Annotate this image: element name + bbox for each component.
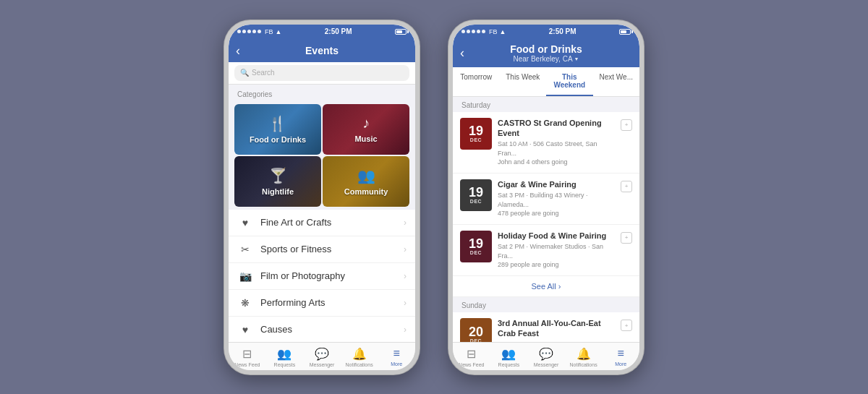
phone1-status-right bbox=[395, 29, 407, 35]
event-castro-meta1: Sat 10 AM · 506 Casto Street, San Fran..… bbox=[498, 140, 615, 158]
p2-tab-news-feed[interactable]: ⊟ News Feed bbox=[453, 347, 490, 367]
search-icon: 🔍 bbox=[240, 69, 249, 77]
phone1-status-left: FB ▲ bbox=[237, 28, 281, 35]
sunday-label: Sunday bbox=[453, 297, 639, 312]
community-icon: 👥 bbox=[357, 167, 375, 184]
category-tile-food[interactable]: 🍴 Food or Drinks bbox=[234, 104, 321, 155]
tile-music-label: Music bbox=[354, 134, 377, 143]
signal-dot-3 bbox=[247, 30, 251, 33]
event-holiday-date: 19 bbox=[469, 237, 483, 250]
phone2-status-left: FB ▲ bbox=[461, 28, 506, 35]
notifications-icon: 🔔 bbox=[352, 347, 367, 361]
p2-messenger-label: Messenger bbox=[534, 362, 559, 367]
event-castro-thumb: 19 DEC bbox=[460, 118, 492, 150]
news-feed-label: News Feed bbox=[234, 362, 260, 367]
requests-icon: 👥 bbox=[277, 347, 292, 361]
status-time: 2:50 PM bbox=[325, 27, 352, 35]
phone1-nav-title: Events bbox=[305, 45, 339, 56]
event-castro-title: CASTRO St Grand Opening Event bbox=[498, 118, 615, 139]
fine-art-label: Fine Art or Crafts bbox=[260, 217, 404, 228]
tab-this-weekend[interactable]: This Weekend bbox=[546, 67, 593, 96]
carrier-label: FB bbox=[265, 28, 273, 35]
p2-news-feed-label: News Feed bbox=[459, 362, 484, 367]
battery-fill bbox=[396, 30, 402, 33]
list-item-performing[interactable]: ❋ Performing Arts › bbox=[229, 290, 415, 317]
fine-art-icon: ♥ bbox=[237, 217, 253, 228]
signal-dots bbox=[237, 30, 261, 33]
more-label: More bbox=[391, 361, 402, 367]
subtitle-text: Near Berkeley, CA bbox=[513, 55, 572, 63]
p2-wifi-icon: ▲ bbox=[500, 28, 506, 35]
list-item-sports[interactable]: ✂ Sports or Fitness › bbox=[229, 236, 415, 263]
tile-food-label: Food or Drinks bbox=[250, 135, 306, 144]
p2-requests-label: Requests bbox=[498, 362, 520, 367]
p2-tab-messenger[interactable]: 💬 Messenger bbox=[527, 347, 565, 367]
performing-chevron-icon: › bbox=[404, 298, 407, 308]
categories-header: Categories bbox=[229, 85, 415, 101]
list-item-fine-art[interactable]: ♥ Fine Art or Crafts › bbox=[229, 210, 415, 236]
subtitle-dropdown-icon: ▼ bbox=[574, 56, 579, 61]
saturday-section: Saturday 19 DEC CASTRO St Grand Opening … bbox=[453, 97, 639, 298]
phone2-nav-bar: ‹ Food or Drinks Near Berkeley, CA ▼ bbox=[453, 39, 639, 67]
tab-news-feed[interactable]: ⊟ News Feed bbox=[229, 347, 266, 367]
list-item-film[interactable]: 📷 Film or Photography › bbox=[229, 263, 415, 290]
news-feed-icon: ⊟ bbox=[242, 347, 252, 361]
event-crab[interactable]: 20 DEC 3rd Annual All-You-Can-Eat Crab F… bbox=[453, 312, 639, 341]
category-tile-music[interactable]: ♪ Music bbox=[323, 104, 409, 155]
p2-status-time: 2:50 PM bbox=[549, 27, 576, 35]
p2-signal-dot-1 bbox=[461, 30, 465, 33]
film-label: Film or Photography bbox=[260, 270, 404, 281]
phone1-nav-bar: ‹ Events bbox=[229, 39, 415, 62]
phone-events: FB ▲ 2:50 PM ‹ Events bbox=[224, 20, 420, 374]
events-list: Saturday 19 DEC CASTRO St Grand Opening … bbox=[453, 97, 639, 342]
tab-messenger[interactable]: 💬 Messenger bbox=[303, 347, 341, 367]
p2-news-feed-icon: ⊟ bbox=[467, 347, 476, 361]
tile-community-label: Community bbox=[344, 187, 388, 196]
tab-this-week[interactable]: This Week bbox=[500, 67, 547, 96]
tab-tomorrow[interactable]: Tomorrow bbox=[453, 67, 500, 96]
category-tile-nightlife[interactable]: 🍸 Nightlife bbox=[234, 156, 321, 207]
causes-icon: ♥ bbox=[237, 324, 253, 335]
event-castro[interactable]: 19 DEC CASTRO St Grand Opening Event Sat… bbox=[453, 112, 639, 174]
film-chevron-icon: › bbox=[404, 271, 407, 281]
phone2-status-right bbox=[619, 29, 631, 35]
event-holiday-title: Holiday Food & Wine Pairing bbox=[498, 231, 615, 241]
tab-notifications[interactable]: 🔔 Notifications bbox=[341, 347, 378, 367]
p2-tab-more[interactable]: ≡ More bbox=[602, 347, 639, 367]
list-item-causes[interactable]: ♥ Causes › bbox=[229, 317, 415, 342]
event-cigar-info: Cigar & Wine Pairing Sat 3 PM · Building… bbox=[498, 179, 615, 218]
tab-more[interactable]: ≡ More bbox=[378, 347, 415, 367]
music-icon: ♪ bbox=[362, 115, 370, 132]
p2-signal-dots bbox=[461, 30, 485, 33]
phone-food-drinks: FB ▲ 2:50 PM ‹ Food or Drinks Near Berke… bbox=[448, 20, 644, 374]
event-holiday-month: DEC bbox=[470, 250, 482, 255]
event-holiday-meta2: 289 people are going bbox=[498, 260, 615, 270]
phone2-nav-subtitle[interactable]: Near Berkeley, CA ▼ bbox=[513, 55, 579, 63]
event-cigar-action[interactable]: + bbox=[621, 181, 632, 192]
phone1-bottom-tabs: ⊟ News Feed 👥 Requests 💬 Messenger 🔔 Not… bbox=[229, 342, 415, 370]
food-icon: 🍴 bbox=[268, 115, 286, 132]
see-all-saturday[interactable]: See All › bbox=[453, 276, 639, 297]
p2-battery-icon bbox=[619, 29, 631, 35]
event-holiday-info: Holiday Food & Wine Pairing Sat 2 PM · W… bbox=[498, 231, 615, 270]
event-castro-action[interactable]: + bbox=[621, 119, 632, 131]
event-castro-meta2: John and 4 others going bbox=[498, 158, 615, 167]
tab-next-week[interactable]: Next We... bbox=[593, 67, 640, 96]
p2-tab-requests[interactable]: 👥 Requests bbox=[490, 347, 528, 367]
p2-tab-notifications[interactable]: 🔔 Notifications bbox=[565, 347, 603, 367]
category-tile-community[interactable]: 👥 Community bbox=[323, 156, 409, 207]
tab-requests[interactable]: 👥 Requests bbox=[266, 347, 304, 367]
signal-dot-4 bbox=[252, 30, 256, 33]
p2-signal-dot-3 bbox=[472, 30, 475, 33]
event-holiday-food[interactable]: 19 DEC Holiday Food & Wine Pairing Sat 2… bbox=[453, 225, 639, 276]
event-cigar[interactable]: 19 DEC Cigar & Wine Pairing Sat 3 PM · B… bbox=[453, 174, 639, 225]
event-crab-action[interactable]: + bbox=[621, 320, 632, 331]
back-button[interactable]: ‹ bbox=[236, 43, 240, 58]
p2-carrier-label: FB bbox=[489, 28, 498, 35]
event-holiday-action[interactable]: + bbox=[621, 232, 632, 244]
event-cigar-month: DEC bbox=[470, 199, 482, 204]
event-cigar-date: 19 bbox=[469, 186, 483, 199]
p2-back-button[interactable]: ‹ bbox=[460, 46, 464, 61]
event-castro-info: CASTRO St Grand Opening Event Sat 10 AM … bbox=[498, 118, 615, 167]
tile-nightlife-content: 🍸 Nightlife bbox=[262, 167, 294, 196]
